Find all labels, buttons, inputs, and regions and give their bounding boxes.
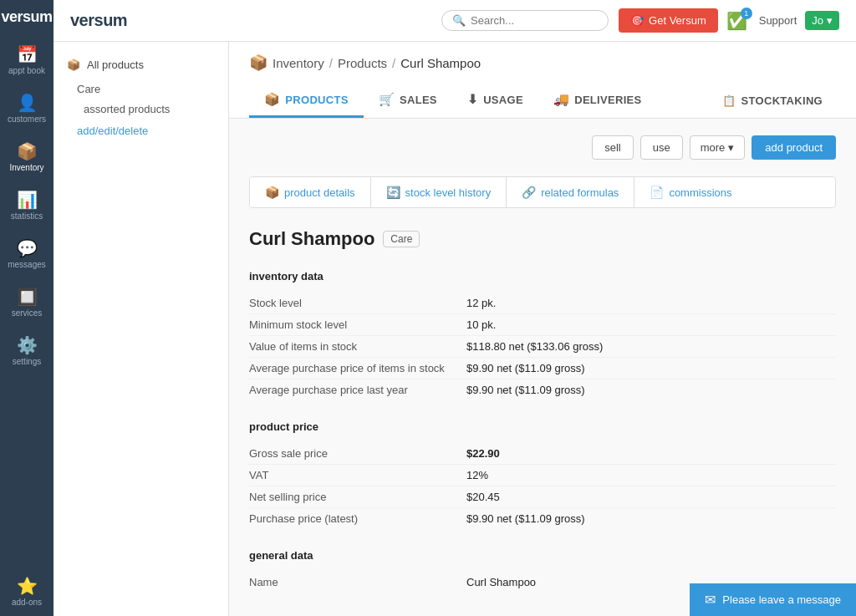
sidebar: versum 📅 appt book 👤 customers 📦 Invento… [0,0,54,616]
support-link[interactable]: Support [759,14,797,27]
assorted-products-label: assorted products [84,103,170,115]
sidebar-item-services[interactable]: 🔲 services [0,278,54,327]
use-button[interactable]: use [640,135,683,160]
page-tabs: 📦 PRODUCTS 🛒 SALES ⬇ USAGE 🚚 DELIVERIES [249,84,836,118]
sidebar-label-statistics: statistics [11,211,43,221]
services-icon: 🔲 [17,287,38,307]
add-edit-delete-link[interactable]: add/edit/delete [54,120,228,142]
breadcrumb-inventory: Inventory [273,56,324,70]
purchase-price-latest-value: $9.90 net ($11.09 gross) [466,512,585,525]
floating-chat-button[interactable]: ✉ Please leave a message [690,583,856,616]
chat-icon: ✉ [705,592,716,608]
top-header: versum 🔍 🎯 Get Versum ✅ 1 Support Jo ▾ [54,0,856,42]
product-tab-details-label: product details [284,186,355,199]
user-avatar[interactable]: Jo ▾ [805,11,839,30]
breadcrumb: 📦 Inventory / Products / Curl Shampoo [249,53,836,72]
tab-usage-label: USAGE [483,94,523,106]
gross-sale-price-value: $22.90 [466,447,500,460]
product-tag: Care [383,231,420,247]
sidebar-item-add-ons[interactable]: ⭐ add-ons [0,568,54,616]
vat-value: 12% [466,469,488,481]
product-tabs: 📦 product details 🔄 stock level history … [249,176,836,208]
add-product-button[interactable]: add product [752,135,836,160]
product-details-icon: 📦 [265,186,279,199]
sidebar-item-settings[interactable]: ⚙️ settings [0,327,54,375]
add-edit-delete-label: add/edit/delete [77,125,148,137]
purchase-price-latest-label: Purchase price (latest) [249,512,466,525]
user-dropdown-icon: ▾ [827,14,833,27]
min-stock-level-value: 10 pk. [466,318,496,331]
breadcrumb-icon: 📦 [249,53,268,72]
get-versum-icon: 🎯 [630,14,644,27]
sidebar-label-customers: customers [8,115,46,125]
assorted-products-nav-item[interactable]: assorted products [54,99,228,120]
sidebar-item-inventory[interactable]: 📦 Inventory [0,133,54,181]
sidebar-label-add-ons: add-ons [12,598,42,608]
page-header: 📦 Inventory / Products / Curl Shampoo 📦 … [229,42,856,119]
avg-purchase-price-row: Average purchase price of items in stock… [249,358,836,379]
badge-count: 1 [741,8,752,19]
tab-usage[interactable]: ⬇ USAGE [452,84,538,118]
product-tab-related-formulas[interactable]: 🔗 related formulas [507,177,634,207]
app-logo: versum [1,8,52,26]
tab-deliveries[interactable]: 🚚 DELIVERIES [538,84,657,118]
search-input[interactable] [471,14,596,27]
tab-sales[interactable]: 🛒 SALES [364,84,452,118]
care-group-label[interactable]: Care [54,78,228,99]
tab-deliveries-icon: 🚚 [553,92,569,107]
notification-badge[interactable]: ✅ 1 [726,11,747,31]
avg-purchase-last-year-value: $9.90 net ($11.09 gross) [466,384,585,396]
tab-deliveries-label: DELIVERIES [574,94,641,106]
product-price-heading: product price [249,420,836,433]
sidebar-item-customers[interactable]: 👤 customers [0,84,54,133]
stock-level-value: 12 pk. [466,297,496,309]
sidebar-label-services: services [12,308,43,318]
get-versum-button[interactable]: 🎯 Get Versum [619,8,718,33]
search-icon: 🔍 [452,14,466,27]
inventory-data-heading: inventory data [249,270,836,283]
inventory-data-section: inventory data Stock level 12 pk. Minimu… [249,270,836,400]
sidebar-label-settings: settings [13,357,41,367]
more-button[interactable]: more ▾ [690,135,746,160]
net-selling-price-label: Net selling price [249,491,466,503]
product-tab-commissions[interactable]: 📄 commissions [634,177,746,207]
messages-icon: 💬 [17,238,38,258]
tab-products-label: PRODUCTS [285,94,348,106]
sidebar-label-appt-book: appt book [8,66,45,76]
customers-icon: 👤 [17,93,38,113]
name-label: Name [249,576,466,588]
net-selling-price-value: $20.45 [466,491,500,503]
stock-level-row: Stock level 12 pk. [249,293,836,314]
main-area: versum 🔍 🎯 Get Versum ✅ 1 Support Jo ▾ 📦… [54,0,856,616]
sell-button[interactable]: sell [592,135,634,160]
search-bar[interactable]: 🔍 [441,10,609,31]
main-content: 📦 Inventory / Products / Curl Shampoo 📦 … [229,42,856,616]
sidebar-item-appt-book[interactable]: 📅 appt book [0,36,54,84]
value-in-stock-row: Value of items in stock $118.80 net ($13… [249,336,836,358]
product-tab-details[interactable]: 📦 product details [250,177,371,207]
all-products-nav-item[interactable]: 📦 All products [54,52,228,78]
name-value: Curl Shampoo [466,576,536,588]
min-stock-level-row: Minimum stock level 10 pk. [249,314,836,336]
related-formulas-icon: 🔗 [522,186,536,199]
sidebar-item-statistics[interactable]: 📊 statistics [0,181,54,230]
tab-products[interactable]: 📦 PRODUCTS [249,84,364,118]
product-tab-stock-history[interactable]: 🔄 stock level history [371,177,507,207]
box-icon: 📦 [67,59,80,71]
product-name: Curl Shampoo [249,228,374,250]
settings-icon: ⚙️ [17,335,38,355]
action-bar: sell use more ▾ add product [249,135,836,160]
appt-book-icon: 📅 [17,44,38,64]
breadcrumb-sep-2: / [392,56,395,70]
breadcrumb-products: Products [338,56,387,70]
sidebar-label-messages: messages [8,260,46,270]
tab-stocktaking[interactable]: 📋 STOCKTAKING [709,86,836,115]
value-in-stock-label: Value of items in stock [249,340,466,353]
product-tab-related-formulas-label: related formulas [541,186,619,199]
sidebar-label-inventory: Inventory [9,163,43,173]
left-nav-panel: 📦 All products Care assorted products ad… [54,42,229,616]
sidebar-item-messages[interactable]: 💬 messages [0,230,54,278]
avg-purchase-price-label: Average purchase price of items in stock [249,362,466,374]
tab-sales-label: SALES [400,94,437,106]
add-ons-icon: ⭐ [17,576,38,596]
